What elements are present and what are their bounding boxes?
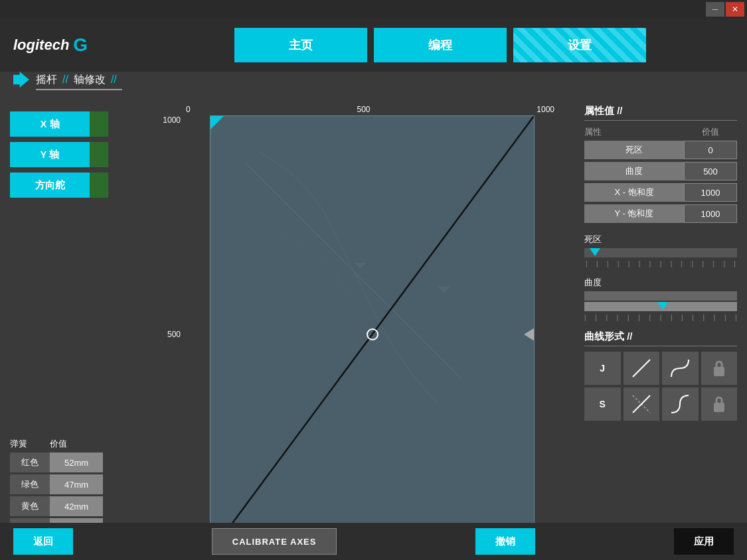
curve-linear-up-svg <box>630 357 653 380</box>
breadcrumb: 摇杆 // 轴修改 // <box>13 72 122 88</box>
prop-name-deadzone: 死区 <box>584 141 684 159</box>
breadcrumb-part2: 轴修改 <box>74 73 106 87</box>
properties-section: 属性值 // 属性 价值 死区 0 曲度 500 X - 饱和度 1000 Y … <box>584 105 737 226</box>
x-label-1000: 1000 <box>537 105 554 114</box>
curve-s-label: S <box>600 399 606 409</box>
deadzone-slider-section: 死区 | | | | | | | | | | | | | <box>584 234 737 269</box>
header: logitech G 主页 编程 设置 <box>0 19 747 72</box>
curve-grid-row2: S <box>584 387 737 421</box>
prop-row-ysat: Y - 饱和度 1000 <box>584 204 737 223</box>
left-panel: X 轴 Y 轴 方向舵 弹簧 价值 红色 52mm 绿色 47mm <box>0 98 146 560</box>
curve-linear-down-svg <box>630 393 653 415</box>
joystick-icon <box>13 72 29 88</box>
y-label-500: 500 <box>167 330 181 339</box>
prop-col1-header: 属性 <box>584 126 684 138</box>
rudder-button[interactable]: 方向舵 <box>10 173 136 198</box>
close-button[interactable]: ✕ <box>726 2 744 17</box>
rudder-indicator <box>90 173 108 198</box>
x-label-0: 0 <box>186 105 191 114</box>
spring-name-yellow: 黄色 <box>10 496 50 516</box>
breadcrumb-sep2: // <box>111 74 117 86</box>
lock-icon-2 <box>711 395 727 413</box>
logo-text: logitech <box>13 36 69 54</box>
minimize-button[interactable]: ─ <box>706 2 724 17</box>
apply-button[interactable]: 应用 <box>674 528 734 555</box>
spring-row-red: 红色 52mm <box>10 453 136 472</box>
spring-header: 弹簧 价值 <box>10 438 136 450</box>
x-axis-label: X 轴 <box>10 111 90 137</box>
prop-col2-header: 价值 <box>684 126 737 138</box>
chart-corner-marker-tl <box>210 116 224 129</box>
spring-value-red: 52mm <box>50 453 103 472</box>
deadzone-handle[interactable] <box>590 248 600 256</box>
curve-types-section: 曲线形式 // J <box>584 330 737 421</box>
tab-settings[interactable]: 设置 <box>513 28 646 62</box>
curve-lock-2[interactable] <box>701 387 738 421</box>
logo-g-icon: G <box>73 35 88 56</box>
curve-grid-row1: J <box>584 352 737 385</box>
x-label-500: 500 <box>357 105 370 114</box>
spring-col2-header: 价值 <box>50 438 103 450</box>
spring-name-red: 红色 <box>10 453 50 472</box>
curve-linear-down[interactable] <box>623 387 660 421</box>
curve-track-top[interactable] <box>584 291 737 301</box>
rudder-label: 方向舵 <box>10 173 90 198</box>
chart-right-arrow <box>524 328 535 341</box>
tab-programming[interactable]: 编程 <box>374 28 507 62</box>
svg-line-5 <box>633 360 650 377</box>
chart-area: 0 500 1000 1000 500 0 <box>146 98 574 560</box>
curve-j-label-cell[interactable]: J <box>584 352 621 385</box>
deadzone-ticks: | | | | | | | | | | | | | | | <box>584 259 737 269</box>
nav-tabs: 主页 编程 设置 <box>133 28 747 62</box>
curve-track[interactable] <box>584 302 737 311</box>
prop-name-ysat: Y - 饱和度 <box>584 204 684 223</box>
prop-value-deadzone[interactable]: 0 <box>684 141 737 159</box>
spring-row-green: 绿色 47mm <box>10 474 136 494</box>
calibrate-button[interactable]: CALIBRATE AXES <box>212 528 337 555</box>
prop-row-deadzone: 死区 0 <box>584 141 737 159</box>
y-axis-button[interactable]: Y 轴 <box>10 142 136 167</box>
curve-s-down[interactable] <box>662 387 699 421</box>
prop-value-ysat[interactable]: 1000 <box>684 204 737 223</box>
prop-header: 属性 价值 <box>584 126 737 138</box>
curve-lock-1[interactable] <box>701 352 738 385</box>
curve-types-title: 曲线形式 // <box>584 330 737 346</box>
chart-inner <box>210 115 535 553</box>
prop-row-curve: 曲度 500 <box>584 162 737 180</box>
cancel-button[interactable]: 撤销 <box>475 528 535 555</box>
curve-s-up-svg <box>669 357 691 380</box>
spring-row-yellow: 黄色 42mm <box>10 496 136 516</box>
breadcrumb-part1: 摇杆 <box>36 73 57 87</box>
tab-home[interactable]: 主页 <box>234 28 367 62</box>
curve-s-up[interactable] <box>662 352 699 385</box>
properties-title: 属性值 // <box>584 105 737 121</box>
deadzone-track[interactable] <box>584 248 737 257</box>
spring-name-green: 绿色 <box>10 474 50 494</box>
spring-col1-header: 弹簧 <box>10 438 50 450</box>
y-axis-indicator <box>90 142 108 167</box>
curve-linear-up[interactable] <box>623 352 660 385</box>
svg-rect-9 <box>714 403 724 412</box>
curve-s-down-svg <box>669 393 691 415</box>
curve-s-label-cell[interactable]: S <box>584 387 621 421</box>
title-bar: ─ ✕ <box>0 0 747 19</box>
chart-x-labels: 0 500 1000 <box>186 105 554 114</box>
back-button[interactable]: 返回 <box>13 528 73 555</box>
prop-row-xsat: X - 饱和度 1000 <box>584 183 737 202</box>
chart-container: 1000 500 0 <box>159 115 561 553</box>
x-axis-button[interactable]: X 轴 <box>10 111 136 137</box>
x-axis-indicator <box>90 111 108 137</box>
curve-handle[interactable] <box>657 302 668 310</box>
main-content: X 轴 Y 轴 方向舵 弹簧 价值 红色 52mm 绿色 47mm <box>0 98 747 560</box>
spring-value-green: 47mm <box>50 474 103 494</box>
prop-value-xsat[interactable]: 1000 <box>684 183 737 202</box>
logo-area: logitech G <box>0 35 133 56</box>
chart-y-labels: 1000 500 0 <box>159 115 183 553</box>
svg-rect-6 <box>714 367 724 376</box>
deadzone-label: 死区 <box>584 234 737 245</box>
y-axis-label: Y 轴 <box>10 142 90 167</box>
curve-slider-label: 曲度 <box>584 277 737 289</box>
spring-value-yellow: 42mm <box>50 496 103 516</box>
prop-value-curve[interactable]: 500 <box>684 162 737 180</box>
y-label-1000: 1000 <box>163 115 181 125</box>
